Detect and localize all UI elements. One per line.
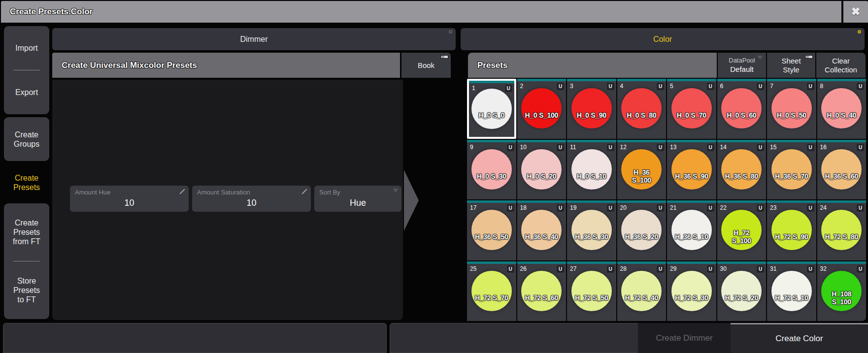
sidebar-item-import[interactable]: Import — [4, 26, 49, 70]
create-color-button[interactable]: Create Color — [731, 323, 868, 353]
bottom-bar-right: Create Dimmer Create Color — [390, 323, 868, 353]
preset-cell[interactable]: 27UH_72 S_50 — [567, 261, 616, 321]
preset-cell[interactable]: 6UH_0 S_60 — [717, 79, 767, 139]
preset-cell[interactable]: 20UH_36 S_20 — [617, 200, 667, 260]
chevron-down-icon — [393, 189, 399, 193]
sort-by-dropdown[interactable]: Sort By Hue — [314, 186, 401, 212]
preset-cell[interactable]: 22UH_72 S_100 — [717, 200, 767, 260]
amount-saturation-value: 10 — [192, 198, 311, 208]
preset-number: 15 — [770, 144, 776, 151]
preset-label: H_0 S_40 — [817, 92, 867, 139]
preset-universal-badge: U — [707, 144, 714, 151]
preset-cell[interactable]: 11UH_0 S_10 — [567, 140, 616, 200]
preset-active-bar — [667, 200, 716, 203]
preset-number: 2 — [520, 83, 524, 90]
preset-universal-badge: U — [557, 265, 564, 273]
close-icon: ✖ — [851, 5, 860, 18]
clear-collection-button[interactable]: Clear Collection — [816, 53, 866, 78]
sidebar-item-create-groups[interactable]: Create Groups — [4, 117, 49, 161]
preset-universal-badge: U — [857, 265, 864, 273]
preset-cell[interactable]: 8UH_0 S_40 — [817, 79, 867, 139]
preset-active-bar — [667, 261, 716, 264]
preset-cell[interactable]: 19UH_36 S_30 — [567, 200, 616, 260]
preset-cell[interactable]: 12UH_36 S_100 — [617, 140, 667, 200]
preset-cell[interactable]: 18UH_36 S_40 — [517, 200, 567, 260]
preset-number: 17 — [470, 204, 476, 211]
preset-cell[interactable]: 9UH_0 S_30 — [467, 140, 516, 200]
preset-number: 30 — [720, 265, 727, 272]
preset-label: H_0 S_60 — [717, 92, 767, 139]
preset-cell[interactable]: 4UH_0 S_80 — [617, 79, 667, 139]
preset-active-bar — [717, 79, 767, 81]
preset-label: H_0 S_30 — [467, 153, 516, 200]
create-dimmer-button[interactable]: Create Dimmer — [638, 323, 731, 353]
preset-universal-badge: U — [557, 83, 564, 90]
preset-cell[interactable]: 13UH_36 S_90 — [667, 140, 716, 200]
preset-cell[interactable]: 26UH_72 S_60 — [517, 261, 567, 321]
preset-number: 5 — [670, 83, 673, 90]
sidebar-item-create-presets[interactable]: Create Presets — [4, 170, 49, 195]
mixcolor-panel-header: Create Universal Mixcolor Presets — [52, 53, 400, 78]
preset-cell[interactable]: 14UH_36 S_80 — [717, 140, 767, 200]
preset-cell[interactable]: 15UH_36 S_70 — [767, 140, 816, 200]
preset-cell[interactable]: 21UH_36 S_10 — [667, 200, 716, 260]
preset-cell[interactable]: 28UH_72 S_40 — [617, 261, 667, 321]
preset-label: H_72 S_60 — [517, 274, 567, 321]
preset-cell[interactable]: 2UH_0 S_100 — [517, 79, 567, 139]
tab-dimmer[interactable]: Dimmer — [52, 28, 456, 50]
book-button[interactable]: Book — [401, 53, 451, 78]
datapool-button[interactable]: DataPool Default — [718, 53, 766, 78]
title-bar[interactable]: Create Presets.Color — [1, 1, 841, 23]
preset-active-bar — [767, 261, 816, 264]
sidebar-group-import-export: Import Export — [4, 26, 49, 114]
preset-universal-badge: U — [505, 85, 512, 92]
amount-saturation-field[interactable]: Amount Saturation 10 — [192, 186, 311, 212]
sidebar-item-store-presets-to-ft[interactable]: Store Presets to FT — [4, 261, 49, 319]
preset-label: H_72 S_20 — [717, 274, 767, 321]
preset-label: H_36 S_100 — [617, 153, 667, 200]
mixcolor-panel-body: Amount Hue 10 Amount Saturation 10 Sort … — [52, 80, 403, 320]
preset-cell[interactable]: 1UH_0 S_0 — [467, 79, 516, 139]
preset-universal-badge: U — [507, 204, 514, 212]
preset-universal-badge: U — [807, 204, 814, 212]
preset-universal-badge: U — [607, 265, 614, 273]
amount-hue-field[interactable]: Amount Hue 10 — [70, 186, 189, 212]
preset-number: 26 — [520, 265, 527, 272]
preset-cell[interactable]: 5UH_0 S_70 — [667, 79, 716, 139]
book-toggle-icon — [440, 55, 448, 59]
book-button-label: Book — [418, 61, 434, 70]
window-title: Create Presets.Color — [10, 7, 93, 17]
preset-label: H_36 S_60 — [817, 153, 867, 200]
preset-universal-badge: U — [607, 144, 614, 151]
preset-label: H_72 S_80 — [817, 213, 867, 260]
bottom-bar-left — [3, 323, 387, 353]
sheet-style-toggle-icon — [805, 55, 813, 59]
preset-label: H_72 S_30 — [667, 274, 716, 321]
preset-cell[interactable]: 32UH_108 S_100 — [817, 261, 867, 321]
preset-cell[interactable]: 31UH_72 S_10 — [767, 261, 816, 321]
sheet-style-label: Sheet Style — [781, 57, 801, 74]
preset-number: 12 — [620, 144, 627, 151]
preset-cell[interactable]: 24UH_72 S_80 — [817, 200, 867, 260]
preset-cell[interactable]: 3UH_0 S_90 — [567, 79, 616, 139]
tab-color[interactable]: Color — [461, 28, 865, 50]
sheet-style-button[interactable]: Sheet Style — [767, 53, 815, 78]
preset-cell[interactable]: 25UH_72 S_70 — [467, 261, 516, 321]
preset-cell[interactable]: 30UH_72 S_20 — [717, 261, 767, 321]
sidebar-item-export[interactable]: Export — [4, 70, 49, 114]
preset-label: H_72 S_70 — [467, 274, 516, 321]
datapool-value: Default — [730, 64, 754, 74]
preset-active-bar — [617, 200, 667, 203]
preset-cell[interactable]: 16UH_36 S_60 — [817, 140, 867, 200]
preset-active-bar — [567, 79, 616, 81]
preset-active-bar — [617, 140, 667, 142]
sidebar-item-create-presets-from-ft[interactable]: Create Presets from FT — [4, 203, 49, 261]
preset-cell[interactable]: 17UH_36 S_50 — [467, 200, 516, 260]
preset-cell[interactable]: 10UH_0 S_20 — [517, 140, 567, 200]
close-button[interactable]: ✖ — [843, 1, 868, 23]
preset-number: 28 — [620, 265, 627, 272]
preset-cell[interactable]: 23UH_72 S_90 — [767, 200, 816, 260]
preset-cell[interactable]: 7UH_0 S_50 — [767, 79, 816, 139]
preset-number: 14 — [720, 144, 727, 151]
preset-cell[interactable]: 29UH_72 S_30 — [667, 261, 716, 321]
